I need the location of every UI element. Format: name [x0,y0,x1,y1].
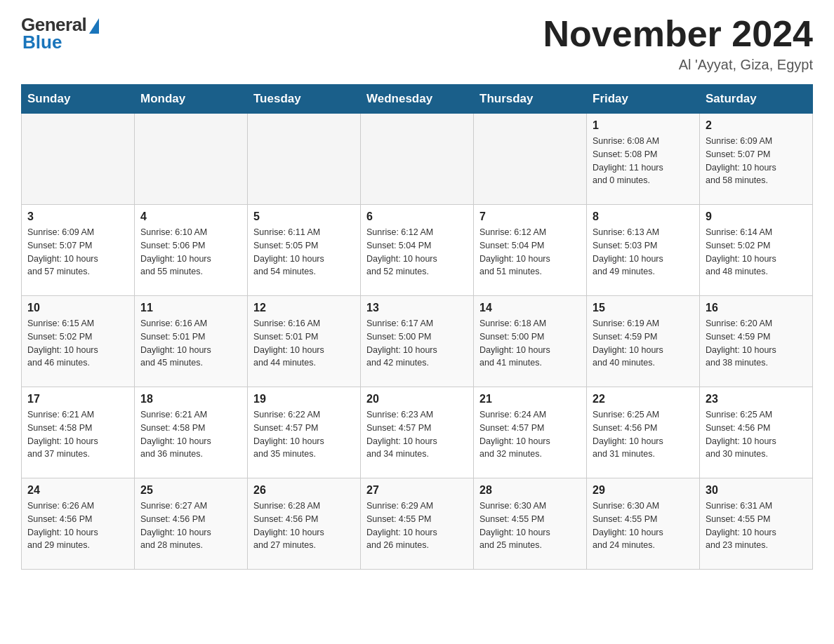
page-header: General Blue November 2024 Al 'Ayyat, Gi… [21,14,813,73]
week-row-4: 17Sunrise: 6:21 AM Sunset: 4:58 PM Dayli… [22,387,813,478]
week-row-1: 1Sunrise: 6:08 AM Sunset: 5:08 PM Daylig… [22,114,813,205]
calendar-cell: 21Sunrise: 6:24 AM Sunset: 4:57 PM Dayli… [474,387,587,478]
calendar-cell: 9Sunrise: 6:14 AM Sunset: 5:02 PM Daylig… [700,205,813,296]
day-number: 16 [706,302,807,314]
day-info: Sunrise: 6:30 AM Sunset: 4:55 PM Dayligh… [479,499,581,552]
calendar-cell: 29Sunrise: 6:30 AM Sunset: 4:55 PM Dayli… [587,478,700,570]
day-number: 9 [706,210,807,223]
calendar-cell: 22Sunrise: 6:25 AM Sunset: 4:56 PM Dayli… [587,387,700,478]
calendar-cell: 17Sunrise: 6:21 AM Sunset: 4:58 PM Dayli… [22,387,135,478]
calendar-cell [22,114,135,205]
day-info: Sunrise: 6:15 AM Sunset: 5:02 PM Dayligh… [27,317,128,370]
calendar-cell: 23Sunrise: 6:25 AM Sunset: 4:56 PM Dayli… [700,387,813,478]
calendar-subtitle: Al 'Ayyat, Giza, Egypt [543,57,813,73]
day-info: Sunrise: 6:14 AM Sunset: 5:02 PM Dayligh… [706,226,807,279]
calendar-cell: 7Sunrise: 6:12 AM Sunset: 5:04 PM Daylig… [474,205,587,296]
day-number: 29 [593,484,694,497]
calendar-cell: 3Sunrise: 6:09 AM Sunset: 5:07 PM Daylig… [22,205,135,296]
calendar-title: November 2024 [543,14,813,54]
logo-blue-text: Blue [22,32,62,53]
day-number: 24 [27,484,128,497]
day-info: Sunrise: 6:08 AM Sunset: 5:08 PM Dayligh… [593,135,694,187]
day-info: Sunrise: 6:09 AM Sunset: 5:07 PM Dayligh… [706,135,807,187]
calendar-cell: 5Sunrise: 6:11 AM Sunset: 5:05 PM Daylig… [248,205,361,296]
calendar-cell: 19Sunrise: 6:22 AM Sunset: 4:57 PM Dayli… [248,387,361,478]
day-number: 18 [140,393,241,405]
day-number: 26 [253,484,355,497]
day-info: Sunrise: 6:21 AM Sunset: 4:58 PM Dayligh… [140,408,241,461]
calendar-cell: 2Sunrise: 6:09 AM Sunset: 5:07 PM Daylig… [700,114,813,205]
calendar-cell: 16Sunrise: 6:20 AM Sunset: 4:59 PM Dayli… [700,296,813,387]
calendar-cell: 24Sunrise: 6:26 AM Sunset: 4:56 PM Dayli… [22,478,135,570]
calendar-table: SundayMondayTuesdayWednesdayThursdayFrid… [21,84,813,570]
day-info: Sunrise: 6:16 AM Sunset: 5:01 PM Dayligh… [140,317,241,370]
calendar-cell [248,114,361,205]
day-header-monday: Monday [135,85,248,114]
day-info: Sunrise: 6:30 AM Sunset: 4:55 PM Dayligh… [593,499,694,552]
day-number: 11 [140,302,241,314]
day-number: 27 [366,484,468,497]
day-info: Sunrise: 6:11 AM Sunset: 5:05 PM Dayligh… [253,226,355,279]
day-header-saturday: Saturday [700,85,813,114]
day-info: Sunrise: 6:12 AM Sunset: 5:04 PM Dayligh… [366,226,468,279]
day-number: 17 [27,393,128,405]
day-info: Sunrise: 6:20 AM Sunset: 4:59 PM Dayligh… [706,317,807,370]
day-info: Sunrise: 6:29 AM Sunset: 4:55 PM Dayligh… [366,499,468,552]
day-info: Sunrise: 6:24 AM Sunset: 4:57 PM Dayligh… [479,408,581,461]
day-info: Sunrise: 6:25 AM Sunset: 4:56 PM Dayligh… [593,408,694,461]
day-info: Sunrise: 6:25 AM Sunset: 4:56 PM Dayligh… [706,408,807,461]
days-of-week-row: SundayMondayTuesdayWednesdayThursdayFrid… [22,85,813,114]
day-number: 6 [366,210,468,223]
day-number: 30 [706,484,807,497]
day-number: 3 [27,210,128,223]
calendar-cell: 15Sunrise: 6:19 AM Sunset: 4:59 PM Dayli… [587,296,700,387]
day-number: 5 [253,210,355,223]
day-header-thursday: Thursday [474,85,587,114]
day-header-wednesday: Wednesday [361,85,474,114]
day-header-sunday: Sunday [22,85,135,114]
day-header-friday: Friday [587,85,700,114]
day-number: 22 [593,393,694,405]
day-number: 12 [253,302,355,314]
calendar-cell: 20Sunrise: 6:23 AM Sunset: 4:57 PM Dayli… [361,387,474,478]
day-number: 15 [593,302,694,314]
calendar-cell: 28Sunrise: 6:30 AM Sunset: 4:55 PM Dayli… [474,478,587,570]
day-info: Sunrise: 6:27 AM Sunset: 4:56 PM Dayligh… [140,499,241,552]
day-info: Sunrise: 6:17 AM Sunset: 5:00 PM Dayligh… [366,317,468,370]
calendar-cell: 4Sunrise: 6:10 AM Sunset: 5:06 PM Daylig… [135,205,248,296]
calendar-cell [474,114,587,205]
day-info: Sunrise: 6:13 AM Sunset: 5:03 PM Dayligh… [593,226,694,279]
day-number: 7 [479,210,581,223]
title-area: November 2024 Al 'Ayyat, Giza, Egypt [543,14,813,73]
day-info: Sunrise: 6:09 AM Sunset: 5:07 PM Dayligh… [27,226,128,279]
day-number: 23 [706,393,807,405]
logo-triangle-icon [89,18,99,34]
logo: General Blue [21,14,99,53]
calendar-cell: 8Sunrise: 6:13 AM Sunset: 5:03 PM Daylig… [587,205,700,296]
day-number: 21 [479,393,581,405]
day-info: Sunrise: 6:22 AM Sunset: 4:57 PM Dayligh… [253,408,355,461]
calendar-cell: 30Sunrise: 6:31 AM Sunset: 4:55 PM Dayli… [700,478,813,570]
day-number: 1 [593,119,694,132]
calendar-cell: 26Sunrise: 6:28 AM Sunset: 4:56 PM Dayli… [248,478,361,570]
day-number: 14 [479,302,581,314]
day-info: Sunrise: 6:10 AM Sunset: 5:06 PM Dayligh… [140,226,241,279]
day-number: 10 [27,302,128,314]
day-number: 28 [479,484,581,497]
day-number: 13 [366,302,468,314]
calendar-cell: 14Sunrise: 6:18 AM Sunset: 5:00 PM Dayli… [474,296,587,387]
day-info: Sunrise: 6:31 AM Sunset: 4:55 PM Dayligh… [706,499,807,552]
day-number: 4 [140,210,241,223]
day-number: 19 [253,393,355,405]
day-info: Sunrise: 6:19 AM Sunset: 4:59 PM Dayligh… [593,317,694,370]
day-number: 25 [140,484,241,497]
day-info: Sunrise: 6:21 AM Sunset: 4:58 PM Dayligh… [27,408,128,461]
day-info: Sunrise: 6:23 AM Sunset: 4:57 PM Dayligh… [366,408,468,461]
calendar-cell: 18Sunrise: 6:21 AM Sunset: 4:58 PM Dayli… [135,387,248,478]
calendar-cell: 1Sunrise: 6:08 AM Sunset: 5:08 PM Daylig… [587,114,700,205]
calendar-cell: 25Sunrise: 6:27 AM Sunset: 4:56 PM Dayli… [135,478,248,570]
calendar-cell: 6Sunrise: 6:12 AM Sunset: 5:04 PM Daylig… [361,205,474,296]
calendar-cell: 12Sunrise: 6:16 AM Sunset: 5:01 PM Dayli… [248,296,361,387]
calendar-cell [361,114,474,205]
day-info: Sunrise: 6:12 AM Sunset: 5:04 PM Dayligh… [479,226,581,279]
